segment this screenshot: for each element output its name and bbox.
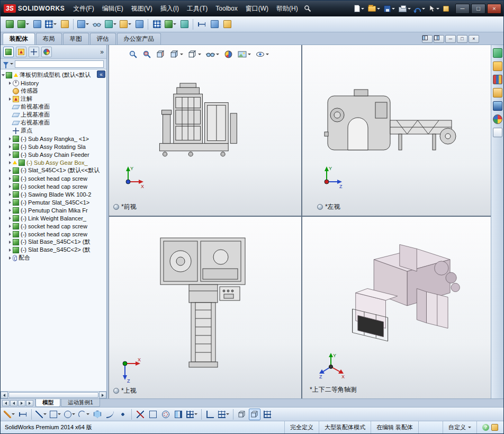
rectangle-tool[interactable] (49, 409, 62, 420)
tree-root-item[interactable]: 薄板切割成型机 (默认<默认 (1, 71, 106, 79)
tree-item-sensors[interactable]: 传感器 (1, 87, 106, 95)
apply-scene-button[interactable] (236, 48, 253, 60)
tab-layout[interactable]: 布局 (36, 33, 62, 45)
linear-component-pattern-button[interactable] (44, 19, 58, 30)
close-button[interactable]: × (487, 4, 501, 14)
select-tool-button[interactable] (427, 3, 441, 14)
scroll-last-button[interactable] (26, 400, 33, 406)
menu-help[interactable]: 帮助(H) (273, 2, 302, 16)
tab-model[interactable]: 模型 (35, 399, 60, 407)
property-manager-tab[interactable] (16, 47, 26, 57)
open-document-button[interactable] (366, 3, 382, 14)
spline-tool[interactable] (104, 409, 116, 420)
doc-restore-button[interactable]: □ (457, 35, 467, 43)
menu-file[interactable]: 文件(F) (69, 2, 97, 16)
doc-minimize-button[interactable]: ─ (445, 35, 456, 43)
polygon-tool[interactable] (92, 409, 103, 420)
bill-of-materials-button[interactable] (151, 19, 163, 30)
edit-component-button[interactable] (4, 19, 15, 30)
tree-item-right-plane[interactable]: 右视基准面 (1, 119, 106, 127)
menu-view[interactable]: 视图(V) (128, 2, 156, 16)
display-manager-tab[interactable] (41, 47, 52, 57)
quick-snaps-button[interactable] (217, 409, 230, 420)
tree-item-component[interactable]: (-) socket head cap screw (1, 182, 106, 190)
tab-motion-study[interactable]: 运动算例1 (61, 399, 100, 407)
scroll-left-button[interactable] (1, 392, 8, 398)
print-button[interactable] (397, 3, 412, 14)
tree-item-front-plane[interactable]: 前视基准面 (1, 103, 106, 111)
customize-menu-button[interactable]: 自定义 (443, 421, 476, 433)
viewport-vertical-splitter[interactable] (301, 45, 302, 398)
save-button[interactable] (382, 3, 397, 14)
tree-item-component[interactable]: (-) Sub Assy Rotating Sla (1, 143, 106, 150)
reference-geometry-button[interactable] (119, 19, 132, 30)
menu-toolbox[interactable]: Toolbox (212, 2, 241, 15)
maximize-button[interactable]: □ (471, 4, 485, 14)
scroll-next-button[interactable] (18, 400, 25, 406)
viewport-top[interactable]: X Z *上视 (109, 217, 301, 398)
viewport-horizontal-splitter[interactable] (109, 216, 491, 217)
tab-evaluate[interactable]: 评估 (90, 33, 116, 45)
filter-input[interactable] (15, 60, 104, 68)
undo-button[interactable] (413, 3, 427, 14)
panel-overflow-chevron[interactable]: » (100, 48, 104, 56)
solidworks-resources-icon[interactable] (493, 48, 502, 58)
tree-item-origin[interactable]: 原点 (1, 127, 106, 135)
trim-entities-tool[interactable] (134, 409, 146, 420)
tree-item-component[interactable]: (-) Penutup Chain Mika Fr (1, 206, 106, 214)
exploded-view-button[interactable] (164, 19, 177, 30)
assembly-features-button[interactable] (104, 19, 118, 30)
tree-item-component[interactable]: (-) Slat_S45C<1> (默认<<默认 (1, 166, 106, 174)
menu-insert[interactable]: 插入(I) (157, 2, 183, 16)
custom-properties-icon[interactable] (493, 128, 502, 137)
zoom-to-area-button[interactable] (141, 48, 153, 60)
scroll-right-button[interactable] (99, 392, 106, 398)
doc-close-button[interactable]: × (469, 35, 479, 43)
view-palette-icon[interactable] (493, 101, 502, 111)
tree-item-mates[interactable]: 配合 (1, 254, 106, 262)
selection-filter-button[interactable] (262, 409, 273, 420)
point-tool[interactable] (117, 409, 129, 420)
collapse-panel-button[interactable]: « (97, 70, 105, 78)
mirror-entities-tool[interactable] (173, 409, 184, 420)
scroll-first-button[interactable] (2, 400, 10, 406)
interference-detection-button[interactable] (178, 19, 190, 30)
section-view-button[interactable] (155, 48, 167, 60)
smart-dimension-button[interactable] (17, 409, 29, 420)
equations-button[interactable] (221, 19, 233, 30)
new-motion-study-button[interactable] (133, 19, 145, 30)
hide-show-items-button[interactable] (204, 48, 221, 60)
tree-item-component[interactable]: (-) socket head cap screw (1, 222, 106, 230)
tree-item-component[interactable]: (-) socket head cap screw (1, 230, 106, 238)
tree-horizontal-scrollbar[interactable] (1, 391, 106, 398)
tree-item-top-plane[interactable]: 上视基准面 (1, 111, 106, 119)
tree-item-component[interactable]: (-) Slat Base_S45C<1> (默 (1, 238, 106, 246)
minimize-button[interactable]: ─ (455, 4, 470, 14)
measure-button[interactable] (196, 19, 208, 30)
menu-window[interactable]: 窗口(W) (242, 2, 272, 16)
tree-item-component[interactable]: (-) Sawing Blade WK 100-2 (1, 190, 106, 198)
configuration-manager-tab[interactable] (29, 47, 39, 57)
smart-fasteners-button[interactable] (59, 19, 70, 30)
wireframe-display-button[interactable] (236, 409, 248, 420)
feature-manager-tab[interactable] (3, 47, 14, 57)
arc-tool[interactable] (77, 409, 91, 420)
tree-item-component[interactable]: (-) Slat Base_S45C<2> (默 (1, 246, 106, 254)
tree-item-history[interactable]: History (1, 79, 106, 87)
menu-edit[interactable]: 编辑(E) (98, 2, 127, 16)
file-explorer-icon[interactable] (493, 88, 502, 98)
tree-item-component[interactable]: (-) socket head cap screw (1, 174, 106, 182)
circle-tool[interactable] (63, 409, 76, 420)
tree-item-component-warning[interactable]: (-) Sub Assy Gear Box_ (1, 158, 106, 166)
mass-properties-button[interactable] (209, 19, 220, 30)
view-settings-button[interactable] (254, 48, 271, 60)
doc-view-left-icon[interactable] (422, 35, 433, 43)
convert-entities-tool[interactable] (147, 409, 159, 420)
search-icon[interactable] (302, 3, 313, 14)
edit-appearance-button[interactable] (222, 48, 235, 60)
tab-sketch[interactable]: 草图 (63, 33, 89, 45)
line-tool[interactable] (34, 409, 48, 420)
home-icon[interactable] (493, 61, 502, 71)
tree-item-component[interactable]: (-) Pemutar Slat_S45C<1> (1, 198, 106, 206)
viewport-front[interactable]: Y X *前视 (109, 45, 301, 216)
